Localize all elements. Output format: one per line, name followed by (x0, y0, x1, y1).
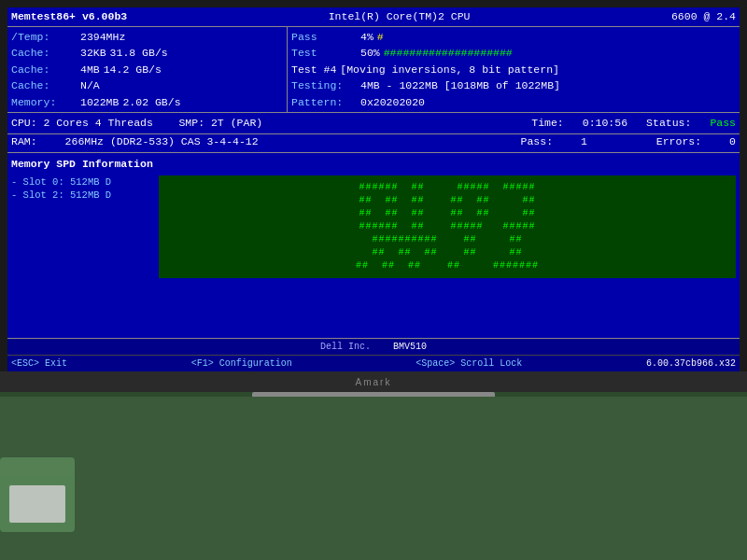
freq-value: 2394MHz (80, 30, 125, 45)
monitor-brand-text: Amark (356, 377, 392, 387)
monitor-brand-bar: Amark (0, 371, 747, 392)
keybind-f1: <F1> Configuration (191, 357, 292, 371)
cache2-speed: 14.2 GB/s (104, 63, 162, 77)
white-object (9, 485, 65, 523)
spd-slots: - Slot 0: 512MB D - Slot 2: 512MB D (11, 175, 151, 278)
cache2-label: Cache: (11, 63, 77, 77)
spd-slot2: - Slot 2: 512MB D (11, 189, 151, 202)
stats-section: CPU: 2 Cores 4 Threads SMP: 2T (PAR) Tim… (7, 113, 740, 134)
pass-label: Pass (291, 30, 357, 45)
status-value: Pass (710, 116, 736, 131)
cpu-label: CPU: (11, 117, 37, 129)
cache1-speed: 31.8 GB/s (110, 46, 168, 61)
monitor-outer: Memtest86+ v6.00b3 Intel(R) Core(TM)2 CP… (0, 0, 747, 392)
green-object (0, 457, 75, 532)
spd-content: - Slot 0: 512MB D - Slot 2: 512MB D ####… (11, 175, 736, 278)
status-label: Status: (646, 116, 691, 131)
cpu-value: 2 Cores 4 Threads (44, 117, 153, 129)
errors-label: Errors: (656, 134, 701, 149)
app-title: Memtest86+ v6.00b3 (11, 9, 127, 24)
pass-value: 4% (360, 30, 374, 45)
cache1-size: 32KB (80, 46, 106, 61)
time-section: Time: 0:10:56 Status: Pass (531, 116, 736, 131)
pass-num-label: Pass: (521, 134, 554, 149)
spd-visual: ###### ## ##### ##### ## ## ## ## ## ## … (159, 175, 736, 278)
system-info: /Temp: 2394MHz Cache: 32KB 31.8 GB/s Cac… (7, 27, 288, 113)
pass-num: 1 (581, 134, 587, 149)
info-section: /Temp: 2394MHz Cache: 32KB 31.8 GB/s Cac… (7, 27, 740, 114)
time-value: 0:10:56 (583, 116, 627, 131)
cpu-info: Intel(R) Core(TM)2 CPU (329, 9, 471, 24)
cache2-size: 4MB (80, 63, 100, 77)
memory-speed: 2.02 GB/s (122, 95, 180, 110)
screen: Memtest86+ v6.00b3 Intel(R) Core(TM)2 CP… (7, 7, 740, 371)
test-label: Test (291, 46, 357, 61)
pattern-label: Pattern: (291, 95, 357, 110)
spd-slot0: - Slot 0: 512MB D (11, 175, 151, 189)
cpu-stat: CPU: 2 Cores 4 Threads SMP: 2T (PAR) (11, 116, 262, 131)
testing-label: Testing: (291, 78, 357, 93)
time-label: Time: (531, 116, 564, 131)
ram-label: RAM: (11, 134, 37, 149)
keybind-space: <Space> Scroll Lock (416, 357, 522, 371)
spd-section: Memory SPD Information - Slot 0: 512MB D… (7, 153, 740, 282)
test-num-label: Test #4 (291, 63, 336, 77)
testing-value: 4MB - 1022MB [1018MB of 1022MB] (360, 78, 560, 93)
cpu-speed: 6600 @ 2.4 (671, 9, 736, 24)
pattern-value: 0x20202020 (360, 95, 425, 110)
ram-section: RAM: 266MHz (DDR2-533) CAS 3-4-4-12 Pass… (7, 134, 740, 154)
cache3-size: N/A (80, 78, 100, 93)
cache3-label: Cache: (11, 78, 77, 93)
test-info: Pass 4% # Test 50% #################### … (288, 27, 740, 113)
smp-label: SMP: (178, 117, 204, 129)
screen-header: Memtest86+ v6.00b3 Intel(R) Core(TM)2 CP… (7, 7, 740, 27)
cache1-label: Cache: (11, 46, 77, 61)
memory-label: Memory: (11, 95, 77, 110)
memory-size: 1022MB (80, 95, 119, 110)
footer-model: BMV510 (393, 341, 427, 354)
hash-display: ###### ## ##### ##### ## ## ## ## ## ## … (356, 181, 539, 273)
pass-hash: # (377, 30, 384, 45)
test-percent: 50% (360, 46, 380, 61)
errors-value: 0 (729, 134, 736, 149)
desk-area (0, 397, 747, 560)
ram-value: 266MHz (DDR2-533) CAS 3-4-4-12 (65, 134, 259, 149)
test-num-desc: [Moving inversions, 8 bit pattern] (340, 63, 559, 77)
screen-footer: Dell Inc. BMV510 (7, 338, 740, 356)
footer-manufacturer: Dell Inc. (320, 341, 371, 354)
smp-value: 2T (PAR) (211, 117, 262, 129)
keybind-esc: <ESC> Exit (11, 357, 67, 371)
test-hashes: #################### (384, 46, 513, 61)
freq-label: /Temp: (11, 30, 77, 45)
keybindings-bar: <ESC> Exit <F1> Configuration <Space> Sc… (7, 355, 740, 372)
version-text: 6.00.37cb966.x32 (646, 357, 736, 371)
spd-title: Memory SPD Information (11, 157, 736, 172)
